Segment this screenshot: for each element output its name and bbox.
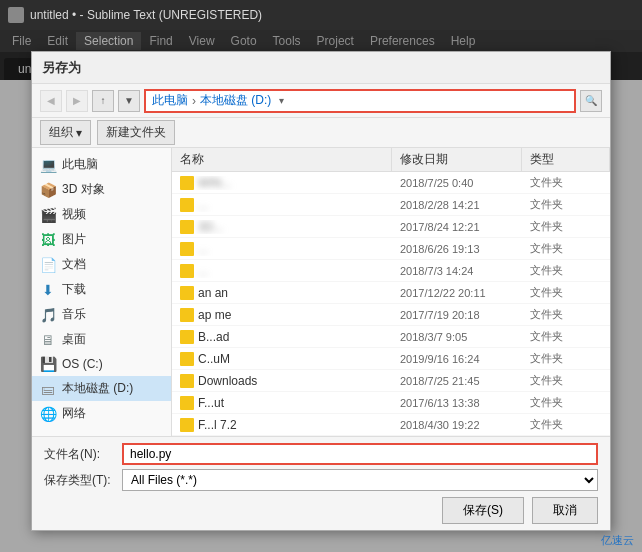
sidebar-item-download-label: 下载 <box>62 281 86 298</box>
new-folder-button[interactable]: 新建文件夹 <box>97 120 175 145</box>
table-row[interactable]: F...ut 2017/6/13 13:38 文件夹 <box>172 392 610 414</box>
file-name-cell: an an <box>172 286 392 300</box>
file-name-cell: ap me <box>172 308 392 322</box>
breadcrumb-expand-icon[interactable]: ▾ <box>279 95 284 106</box>
table-row[interactable]: C..uM 2019/9/16 16:24 文件夹 <box>172 348 610 370</box>
table-row[interactable]: ... 2018/2/28 14:21 文件夹 <box>172 194 610 216</box>
col-type-header[interactable]: 类型 <box>522 148 610 171</box>
picture-icon: 🖼 <box>40 232 56 248</box>
back-button[interactable]: ◀ <box>40 90 62 112</box>
video-icon: 🎬 <box>40 207 56 223</box>
file-date-cell: 2019/9/16 16:24 <box>392 353 522 365</box>
sidebar-item-desktop[interactable]: 🖥 桌面 <box>32 327 171 352</box>
bottom-bar: 文件名(N): 保存类型(T): All Files (*.*) 保存(S) 取… <box>32 436 610 530</box>
dialog-title: 另存为 <box>42 59 81 77</box>
sidebar: 💻 此电脑 📦 3D 对象 🎬 视频 🖼 图片 📄 文档 <box>32 148 172 436</box>
sidebar-item-os-label: OS (C:) <box>62 357 103 371</box>
breadcrumb-pc[interactable]: 此电脑 <box>152 92 188 109</box>
file-type-cell: 文件夹 <box>522 175 610 190</box>
file-type-cell: 文件夹 <box>522 329 610 344</box>
breadcrumb-drive[interactable]: 本地磁盘 (D:) <box>200 92 271 109</box>
save-button[interactable]: 保存(S) <box>442 497 524 524</box>
sidebar-item-network-label: 网络 <box>62 405 86 422</box>
table-row[interactable]: B...ad 2018/3/7 9:05 文件夹 <box>172 326 610 348</box>
sidebar-item-3d-label: 3D 对象 <box>62 181 105 198</box>
file-list-header: 名称 修改日期 类型 <box>172 148 610 172</box>
table-row[interactable]: Downloads 2018/7/25 21:45 文件夹 <box>172 370 610 392</box>
file-name-cell: ... <box>172 264 392 278</box>
sidebar-item-os[interactable]: 💾 OS (C:) <box>32 352 171 376</box>
desktop-icon: 🖥 <box>40 332 56 348</box>
forward-button[interactable]: ▶ <box>66 90 88 112</box>
filename-input[interactable] <box>122 443 598 465</box>
folder-icon <box>180 220 194 234</box>
3d-icon: 📦 <box>40 182 56 198</box>
filename-label: 文件名(N): <box>44 446 114 463</box>
file-date-cell: 2018/7/25 0:40 <box>392 177 522 189</box>
folder-icon <box>180 198 194 212</box>
recent-button[interactable]: ▼ <box>118 90 140 112</box>
file-name-cell: ... <box>172 198 392 212</box>
organize-button[interactable]: 组织 ▾ <box>40 120 91 145</box>
file-date-cell: 2018/7/25 21:45 <box>392 375 522 387</box>
sidebar-item-download[interactable]: ⬇ 下载 <box>32 277 171 302</box>
folder-icon <box>180 264 194 278</box>
title-bar: untitled • - Sublime Text (UNREGISTERED) <box>0 0 642 30</box>
breadcrumb-sep-1: › <box>192 94 196 108</box>
table-row[interactable]: ap me 2017/7/19 20:18 文件夹 <box>172 304 610 326</box>
table-row[interactable]: an an 2017/12/22 20:11 文件夹 <box>172 282 610 304</box>
col-date-header[interactable]: 修改日期 <box>392 148 522 171</box>
dialog-overlay: 另存为 ◀ ▶ ↑ ▼ 此电脑 › 本地磁盘 (D:) ▾ 🔍 组织 ▾ 新建文… <box>0 30 642 552</box>
sidebar-item-doc-label: 文档 <box>62 256 86 273</box>
file-type-cell: 文件夹 <box>522 417 610 432</box>
app-icon <box>8 7 24 23</box>
file-type-cell: 文件夹 <box>522 351 610 366</box>
table-row[interactable]: ... 2018/7/3 14:24 文件夹 <box>172 260 610 282</box>
file-date-cell: 2018/6/26 19:13 <box>392 243 522 255</box>
file-name-cell: WIN... <box>172 176 392 190</box>
file-type-cell: 文件夹 <box>522 197 610 212</box>
folder-icon <box>180 242 194 256</box>
sidebar-item-picture[interactable]: 🖼 图片 <box>32 227 171 252</box>
network-icon: 🌐 <box>40 406 56 422</box>
sidebar-item-video-label: 视频 <box>62 206 86 223</box>
file-list: WIN... 2018/7/25 0:40 文件夹 ... 2018/2/28 … <box>172 172 610 436</box>
os-drive-icon: 💾 <box>40 356 56 372</box>
sidebar-item-local-disk[interactable]: 🖴 本地磁盘 (D:) <box>32 376 171 401</box>
file-name-cell: F...ut <box>172 396 392 410</box>
dialog-buttons: 保存(S) 取消 <box>44 497 598 524</box>
sidebar-item-3d[interactable]: 📦 3D 对象 <box>32 177 171 202</box>
organize-arrow-icon: ▾ <box>76 126 82 140</box>
sidebar-item-video[interactable]: 🎬 视频 <box>32 202 171 227</box>
cancel-button[interactable]: 取消 <box>532 497 598 524</box>
filetype-label: 保存类型(T): <box>44 472 114 489</box>
sidebar-item-network[interactable]: 🌐 网络 <box>32 401 171 426</box>
folder-icon <box>180 374 194 388</box>
folder-icon <box>180 176 194 190</box>
file-type-cell: 文件夹 <box>522 307 610 322</box>
doc-icon: 📄 <box>40 257 56 273</box>
table-row[interactable]: 3D... 2017/8/24 12:21 文件夹 <box>172 216 610 238</box>
col-name-header[interactable]: 名称 <box>172 148 392 171</box>
breadcrumb-bar[interactable]: 此电脑 › 本地磁盘 (D:) ▾ <box>144 89 576 113</box>
sidebar-item-doc[interactable]: 📄 文档 <box>32 252 171 277</box>
file-date-cell: 2017/6/13 13:38 <box>392 397 522 409</box>
music-icon: 🎵 <box>40 307 56 323</box>
table-row[interactable]: WIN... 2018/7/25 0:40 文件夹 <box>172 172 610 194</box>
table-row[interactable]: ... 2018/6/26 19:13 文件夹 <box>172 238 610 260</box>
file-date-cell: 2017/8/24 12:21 <box>392 221 522 233</box>
file-date-cell: 2018/7/3 14:24 <box>392 265 522 277</box>
search-button[interactable]: 🔍 <box>580 90 602 112</box>
sidebar-item-music[interactable]: 🎵 音乐 <box>32 302 171 327</box>
file-type-cell: 文件夹 <box>522 395 610 410</box>
file-name-cell: B...ad <box>172 330 392 344</box>
filetype-select[interactable]: All Files (*.*) <box>122 469 598 491</box>
file-date-cell: 2018/4/30 19:22 <box>392 419 522 431</box>
file-name-cell: ... <box>172 242 392 256</box>
table-row[interactable]: F...l 7.2 2018/4/30 19:22 文件夹 <box>172 414 610 436</box>
watermark: 亿速云 <box>601 533 634 548</box>
pc-icon: 💻 <box>40 157 56 173</box>
sidebar-item-pc[interactable]: 💻 此电脑 <box>32 152 171 177</box>
sidebar-item-music-label: 音乐 <box>62 306 86 323</box>
up-button[interactable]: ↑ <box>92 90 114 112</box>
